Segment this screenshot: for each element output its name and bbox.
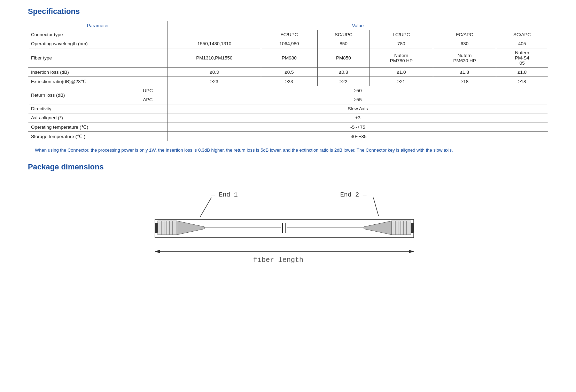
- right-connector: [392, 221, 411, 235]
- table-row: Directivity Slow Axis: [28, 104, 548, 113]
- axis-aligned-val: ±3: [168, 113, 548, 122]
- wavelength-val1: 1550,1480,1310: [168, 39, 261, 48]
- wavelength-param: Operating wavelength (nm): [28, 39, 168, 48]
- wavelength-val4: 780: [370, 39, 433, 48]
- right-handle: [411, 223, 414, 233]
- dim-arrow-right: [409, 250, 414, 253]
- left-taper: [177, 221, 204, 235]
- er-val3: ≥22: [317, 77, 369, 86]
- fc-apc-label: FC/APC: [433, 30, 496, 39]
- left-handle: [155, 223, 158, 233]
- wavelength-val2: 1064,980: [261, 39, 317, 48]
- upc-label: UPC: [128, 86, 168, 95]
- wavelength-val5: 630: [433, 39, 496, 48]
- pkg-title: Package dimensions: [28, 162, 548, 171]
- er-val2: ≥23: [261, 77, 317, 86]
- il-val3: ≤0.8: [317, 68, 369, 77]
- connector-blank: [168, 30, 261, 39]
- fc-upc-label: FC/UPC: [261, 30, 317, 39]
- table-row: Storage temperature (℃ ) -40~+85: [28, 132, 548, 141]
- left-connector: [158, 221, 177, 235]
- dim-arrow-left: [155, 250, 160, 253]
- lc-upc-label: LC/UPC: [370, 30, 433, 39]
- op-temp-param: Operating temperature (℃): [28, 122, 168, 132]
- storage-temp-val: -40~+85: [168, 132, 548, 141]
- package-diagram: — End 1 End 2 —: [131, 182, 445, 279]
- apc-label: APC: [128, 95, 168, 104]
- table-row: Fiber type PM1310,PM1550 PM980 PM850 Nuf…: [28, 48, 548, 68]
- table-row: Insertion loss (dB) ≤0.3 ≤0.5 ≤0.8 ≤1.0 …: [28, 68, 548, 77]
- fiber-val1: PM1310,PM1550: [168, 48, 261, 68]
- table-row: Axis-aligned (°) ±3: [28, 113, 548, 122]
- fiber-val5: Nufern PM630 HP: [433, 48, 496, 68]
- col-param-header: Parameter: [28, 21, 168, 30]
- storage-temp-param: Storage temperature (℃ ): [28, 132, 168, 141]
- er-val1: ≥23: [168, 77, 261, 86]
- return-loss-param: Return loss (dB): [28, 86, 128, 104]
- end1-arrow: [200, 198, 211, 217]
- il-val2: ≤0.5: [261, 68, 317, 77]
- fiber-val3: PM850: [317, 48, 369, 68]
- axis-aligned-param: Axis-aligned (°): [28, 113, 168, 122]
- insertion-loss-param: Insertion loss (dB): [28, 68, 168, 77]
- wavelength-val3: 850: [317, 39, 369, 48]
- fiber-type-param: Fiber type: [28, 48, 168, 68]
- fiber-val4: Nufern PM780 HP: [370, 48, 433, 68]
- directivity-param: Directivity: [28, 104, 168, 113]
- il-val5: ≤1.8: [433, 68, 496, 77]
- table-row: Operating temperature (℃) -5~+75: [28, 122, 548, 132]
- fiber-val6: Nufern PM-S4 05: [496, 48, 548, 68]
- end2-arrow: [373, 198, 379, 216]
- sc-upc-label: SC/UPC: [317, 30, 369, 39]
- directivity-val: Slow Axis: [168, 104, 548, 113]
- rl-apc-val: ≥55: [168, 95, 548, 104]
- op-temp-val: -5~+75: [168, 122, 548, 132]
- wavelength-val6: 405: [496, 39, 548, 48]
- right-taper: [364, 221, 392, 235]
- table-row: Extinction ratio(dB)@23℃ ≥23 ≥23 ≥22 ≥21…: [28, 77, 548, 86]
- il-val6: ≤1.8: [496, 68, 548, 77]
- end1-label: — End 1: [211, 191, 238, 198]
- table-row: Return loss (dB) UPC ≥50: [28, 86, 548, 95]
- section-title: Specifications: [28, 7, 548, 16]
- note-text: When using the Connector, the processing…: [28, 147, 548, 154]
- spec-table: Parameter Value Connector type FC/UPC SC…: [28, 21, 548, 141]
- fiber-val2: PM980: [261, 48, 317, 68]
- col-value-header: Value: [168, 21, 548, 30]
- fiber-length-label: fiber length: [253, 256, 303, 264]
- end2-label: End 2 —: [340, 191, 367, 198]
- sc-apc-label: SC/APC: [496, 30, 548, 39]
- table-row: Operating wavelength (nm) 1550,1480,1310…: [28, 39, 548, 48]
- er-val4: ≥21: [370, 77, 433, 86]
- er-val5: ≥18: [433, 77, 496, 86]
- connector-type-param: Connector type: [28, 30, 168, 39]
- diagram-container: — End 1 End 2 —: [28, 182, 548, 279]
- er-val6: ≥18: [496, 77, 548, 86]
- il-val1: ≤0.3: [168, 68, 261, 77]
- rl-upc-val: ≥50: [168, 86, 548, 95]
- il-val4: ≤1.0: [370, 68, 433, 77]
- extinction-ratio-param: Extinction ratio(dB)@23℃: [28, 77, 168, 86]
